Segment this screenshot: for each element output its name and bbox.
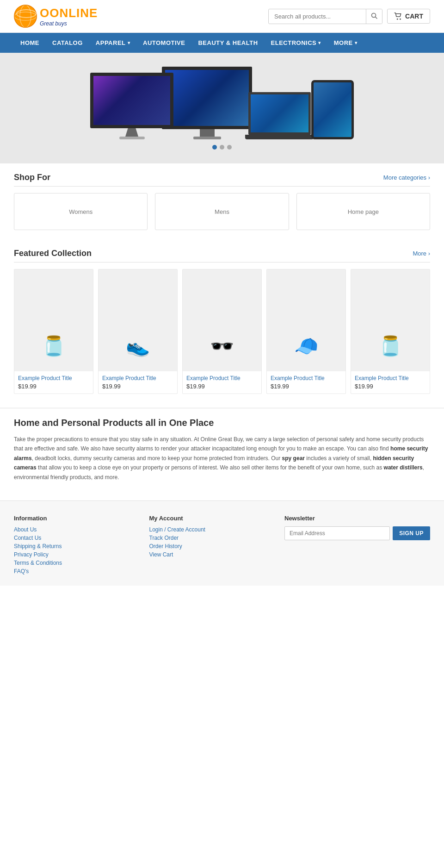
- search-bar: [268, 9, 382, 24]
- nav-electronics[interactable]: ELECTRONICS ▾: [265, 33, 327, 53]
- main-nav: HOME CATALOG APPAREL ▾ AUTOMOTIVE BEAUTY…: [0, 33, 444, 53]
- footer-info-col: Information About Us Contact Us Shipping…: [14, 515, 136, 576]
- svg-line-5: [376, 17, 377, 19]
- shop-for-more[interactable]: More categories ›: [383, 174, 430, 181]
- product-title-1[interactable]: Example Product Title: [18, 375, 89, 381]
- footer-newsletter-col: Newsletter SIGN UP: [284, 515, 430, 540]
- featured-more[interactable]: More ›: [413, 250, 430, 257]
- footer-info-heading: Information: [14, 515, 136, 522]
- footer-newsletter-heading: Newsletter: [284, 515, 430, 522]
- product-card-5[interactable]: 🫙 Example Product Title $19.99: [351, 269, 430, 394]
- category-womens[interactable]: Womens: [14, 193, 148, 230]
- dot-2[interactable]: [220, 145, 224, 150]
- footer-link-login[interactable]: Login / Create Account: [149, 526, 271, 533]
- product-img-4: 🧢: [267, 269, 345, 371]
- more-chevron: ▾: [355, 40, 358, 45]
- tablet-screen: [311, 80, 354, 139]
- imac-neck: [125, 128, 138, 137]
- nav-apparel[interactable]: APPAREL ▾: [89, 33, 136, 53]
- footer-link-terms[interactable]: Terms & Conditions: [14, 560, 136, 566]
- content-paragraph: Take the proper precautions to ensure th…: [14, 435, 430, 482]
- featured-header: Featured Collection More ›: [14, 249, 430, 262]
- product-icon-4: 🧢: [294, 335, 318, 357]
- featured-section: Featured Collection More › 🫙 Example Pro…: [0, 239, 444, 403]
- cart-label: CART: [405, 12, 423, 20]
- footer: Information About Us Contact Us Shipping…: [0, 500, 444, 586]
- product-price-1: $19.99: [18, 383, 89, 390]
- product-card-1[interactable]: 🫙 Example Product Title $19.99: [14, 269, 93, 394]
- product-title-3[interactable]: Example Product Title: [186, 375, 258, 381]
- product-icon-3: 🕶️: [210, 335, 234, 357]
- product-img-5: 🫙: [351, 269, 430, 371]
- device-monitor: [162, 67, 252, 139]
- shop-for-section: Shop For More categories › Womens Mens H…: [0, 163, 444, 239]
- search-icon: [371, 12, 377, 19]
- bold-water-distillers: water distillers: [384, 464, 423, 471]
- shop-for-title: Shop For: [14, 173, 50, 182]
- logo-text: OONLINE Great buys: [40, 6, 98, 27]
- newsletter-row: SIGN UP: [284, 526, 430, 540]
- category-grid: Womens Mens Home page: [14, 193, 430, 230]
- search-button[interactable]: [366, 9, 382, 24]
- nav-catalog[interactable]: CATALOG: [46, 33, 89, 53]
- footer-account-heading: My Account: [149, 515, 271, 522]
- device-imac: [90, 73, 173, 139]
- product-title-4[interactable]: Example Product Title: [271, 375, 342, 381]
- logo[interactable]: OONLINE Great buys: [14, 5, 98, 28]
- product-info-4: Example Product Title $19.99: [267, 371, 345, 393]
- hero-banner: [0, 53, 444, 163]
- product-price-2: $19.99: [102, 383, 173, 390]
- nav-beauty[interactable]: BEAUTY & HEALTH: [191, 33, 264, 53]
- footer-link-orders[interactable]: Order History: [149, 543, 271, 550]
- product-img-3: 🕶️: [183, 269, 261, 371]
- content-section: Home and Personal Products all in One Pl…: [0, 408, 444, 491]
- product-title-2[interactable]: Example Product Title: [102, 375, 173, 381]
- footer-link-about[interactable]: About Us: [14, 526, 136, 533]
- footer-link-track[interactable]: Track Order: [149, 535, 271, 541]
- product-price-3: $19.99: [186, 383, 258, 390]
- footer-grid: Information About Us Contact Us Shipping…: [14, 515, 430, 576]
- dot-1[interactable]: [212, 145, 217, 150]
- shop-for-header: Shop For More categories ›: [14, 173, 430, 187]
- footer-link-faq[interactable]: FAQ's: [14, 568, 136, 575]
- nav-automotive[interactable]: AUTOMOTIVE: [136, 33, 191, 53]
- footer-link-shipping[interactable]: Shipping & Returns: [14, 543, 136, 550]
- svg-point-7: [400, 19, 401, 20]
- content-title: Home and Personal Products all in One Pl…: [14, 418, 430, 428]
- category-homepage[interactable]: Home page: [296, 193, 430, 230]
- product-info-2: Example Product Title $19.99: [99, 371, 177, 393]
- header: OONLINE Great buys CART: [0, 0, 444, 33]
- nav-more[interactable]: MORE ▾: [327, 33, 364, 53]
- product-title-5[interactable]: Example Product Title: [355, 375, 426, 381]
- category-homepage-label: Home page: [348, 208, 379, 215]
- product-card-2[interactable]: 👟 Example Product Title $19.99: [98, 269, 178, 394]
- search-input[interactable]: [269, 10, 366, 23]
- product-info-3: Example Product Title $19.99: [183, 371, 261, 393]
- product-card-4[interactable]: 🧢 Example Product Title $19.99: [266, 269, 346, 394]
- product-info-1: Example Product Title $19.99: [14, 371, 93, 393]
- imac-screen: [90, 73, 173, 128]
- footer-link-viewcart[interactable]: View Cart: [149, 551, 271, 558]
- apparel-chevron: ▾: [128, 40, 130, 45]
- logo-globe: [14, 5, 37, 28]
- cart-button[interactable]: CART: [387, 9, 430, 24]
- logo-tagline: Great buys: [40, 20, 98, 27]
- newsletter-signup-button[interactable]: SIGN UP: [393, 526, 430, 540]
- product-price-4: $19.99: [271, 383, 342, 390]
- bold-spy-gear: spy gear: [282, 455, 305, 462]
- footer-link-contact[interactable]: Contact Us: [14, 535, 136, 541]
- footer-account-col: My Account Login / Create Account Track …: [149, 515, 271, 560]
- monitor-foot: [193, 137, 221, 139]
- monitor-neck: [200, 129, 215, 137]
- nav-home[interactable]: HOME: [14, 33, 46, 53]
- newsletter-email-input[interactable]: [284, 526, 390, 540]
- product-card-3[interactable]: 🕶️ Example Product Title $19.99: [182, 269, 262, 394]
- category-mens[interactable]: Mens: [155, 193, 289, 230]
- dot-3[interactable]: [227, 145, 232, 150]
- footer-link-privacy[interactable]: Privacy Policy: [14, 551, 136, 558]
- product-img-2: 👟: [99, 269, 177, 371]
- device-laptop: [245, 92, 314, 139]
- monitor-screen: [162, 67, 252, 129]
- product-icon-1: 🫙: [42, 335, 66, 357]
- cart-icon: [394, 12, 402, 20]
